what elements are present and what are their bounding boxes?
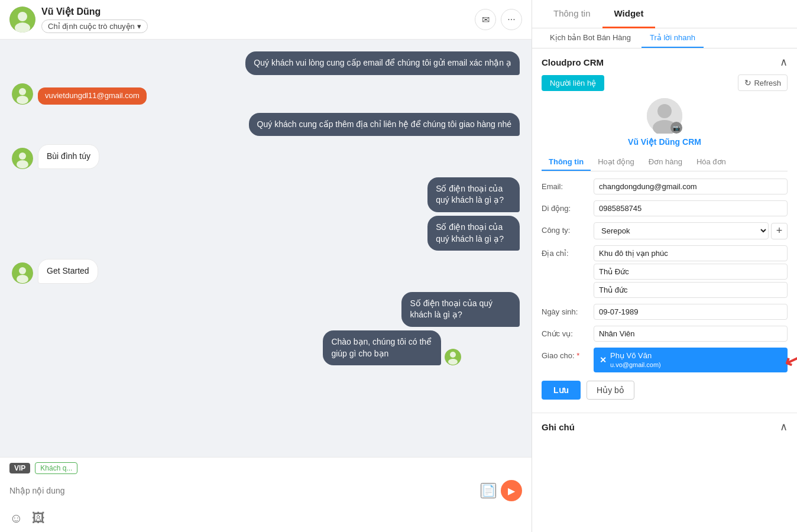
- email-input[interactable]: [594, 179, 788, 194]
- company-label: Công ty:: [542, 222, 589, 235]
- message-row: Get Started: [12, 259, 520, 284]
- giao-cho-value: ✕ Phụ Võ Văn u.vo@gmail.com) ↙: [594, 348, 788, 372]
- mobile-label: Di động:: [542, 200, 589, 213]
- ghi-chu-expand-button[interactable]: ∧: [780, 420, 788, 433]
- email-field-row: Email:: [542, 179, 788, 194]
- sub-tab-bot[interactable]: Kịch bản Bot Bán Hàng: [542, 28, 639, 48]
- crm-top-row: Người liên hệ ↻ Refresh: [542, 74, 788, 91]
- birthday-field-row: Ngày sinh:: [542, 304, 788, 320]
- user-avatar: [9, 7, 35, 33]
- ghi-chu-title: Ghi chú: [542, 422, 575, 432]
- refresh-icon: ↻: [744, 78, 751, 87]
- giao-cho-field: ✕ Phụ Võ Văn u.vo@gmail.com): [594, 348, 788, 372]
- document-icon-button[interactable]: 📄: [481, 483, 496, 498]
- sender-avatar: [12, 262, 33, 284]
- email-value: [594, 179, 788, 194]
- birthday-value: [594, 304, 788, 320]
- position-field-row: Chức vụ:: [542, 326, 788, 342]
- giao-cho-close-button[interactable]: ✕: [600, 355, 607, 365]
- svg-point-8: [17, 160, 28, 168]
- nguoi-lien-he-button[interactable]: Người liên hệ: [542, 75, 604, 91]
- info-tab-hoa-don[interactable]: Hóa đơn: [689, 154, 733, 171]
- message-row: Số điện thoại của quý khách là gì ạ? Số …: [12, 177, 520, 251]
- birthday-label: Ngày sinh:: [542, 304, 589, 316]
- crm-header: Cloudpro CRM ∧: [542, 56, 788, 69]
- camera-icon: 📷: [670, 122, 682, 134]
- message-bubble: Số điện thoại của quý khách là gì ạ?: [427, 177, 520, 212]
- tab-thong-tin[interactable]: Thông tin: [542, 0, 602, 28]
- footer-icons: ☺ 🖼: [0, 507, 532, 532]
- svg-point-16: [657, 104, 672, 118]
- company-field-row: Công ty: Serepok +: [542, 222, 788, 239]
- svg-point-1: [18, 12, 27, 21]
- address1-input[interactable]: [594, 245, 788, 261]
- assign-conversation-button[interactable]: Chỉ định cuộc trò chuyện ▾: [41, 20, 148, 33]
- add-company-button[interactable]: +: [771, 223, 788, 239]
- position-value: [594, 326, 788, 342]
- agent-avatar: [445, 349, 461, 365]
- address-fields: [594, 245, 788, 298]
- company-value: Serepok +: [594, 222, 788, 239]
- info-tab-thong-tin[interactable]: Thông tin: [542, 154, 591, 171]
- message-bubble: Quý khách cung cấp thêm địa chỉ liên hệ …: [249, 113, 520, 137]
- svg-point-10: [19, 267, 26, 274]
- chat-panel: Vũ Việt Dũng Chỉ định cuộc trò chuyện ▾ …: [0, 0, 532, 532]
- crm-avatar: 📷: [647, 98, 682, 134]
- company-row: Serepok +: [594, 222, 788, 239]
- birthday-input[interactable]: [594, 304, 788, 320]
- svg-point-11: [17, 275, 28, 283]
- save-button[interactable]: Lưu: [542, 381, 581, 400]
- message-bubble: Quý khách vui lòng cung cấp email để chú…: [245, 51, 520, 75]
- sender-avatar: [12, 83, 33, 105]
- mobile-input[interactable]: [594, 200, 788, 216]
- sender-avatar: [12, 148, 33, 169]
- input-row: 📄 ▶: [0, 476, 532, 507]
- info-tab-hoat-dong[interactable]: Hoạt động: [591, 154, 642, 171]
- info-tabs: Thông tin Hoạt động Đơn hàng Hóa đơn: [542, 154, 788, 171]
- crm-user-name[interactable]: Vũ Việt Dũng CRM: [628, 137, 701, 147]
- position-input[interactable]: [594, 326, 788, 342]
- message-row: vuvietdungdl11@gmail.com: [12, 83, 520, 105]
- sub-tab-quick-reply[interactable]: Trả lời nhanh: [642, 28, 704, 48]
- chat-input[interactable]: [9, 486, 476, 495]
- ghi-chu-section: Ghi chú ∧: [532, 413, 797, 440]
- message-bubble: Số điện thoại của quý khách là gì ạ?: [401, 292, 520, 327]
- assign-label: Chỉ định cuộc trò chuyện: [48, 22, 135, 31]
- message-bubble: Bùi đình túy: [38, 144, 99, 169]
- svg-point-14: [448, 359, 458, 365]
- image-upload-button[interactable]: 🖼: [32, 511, 45, 526]
- address-field-row: Địa chỉ:: [542, 245, 788, 298]
- right-top-tabs: Thông tin Widget: [532, 0, 797, 28]
- svg-point-13: [450, 352, 456, 358]
- refresh-label: Refresh: [754, 79, 781, 87]
- address3-input[interactable]: [594, 282, 788, 298]
- more-options-button[interactable]: ···: [501, 9, 522, 30]
- chevron-down-icon: ▾: [137, 22, 141, 31]
- svg-point-4: [19, 88, 26, 95]
- message-row: Quý khách vui lòng cung cấp email để chú…: [12, 51, 520, 75]
- svg-point-7: [19, 153, 26, 160]
- right-panel: Thông tin Widget Kịch bản Bot Bán Hàng T…: [532, 0, 797, 532]
- address2-input[interactable]: [594, 264, 788, 280]
- refresh-button[interactable]: ↻ Refresh: [738, 74, 788, 91]
- tags-row: VIP Khách q...: [0, 458, 532, 476]
- info-tab-don-hang[interactable]: Đơn hàng: [642, 154, 689, 171]
- assign-name: Phụ Võ Văn: [610, 351, 652, 360]
- email-tag-bubble: vuvietdungdl11@gmail.com: [38, 87, 147, 104]
- address-label: Địa chỉ:: [542, 245, 589, 258]
- vip-tag: VIP: [9, 463, 30, 473]
- emoji-button[interactable]: ☺: [9, 511, 22, 526]
- chat-footer: VIP Khách q... 📄 ▶ ☺ 🖼: [0, 457, 532, 532]
- send-button[interactable]: ▶: [501, 480, 522, 501]
- message-bubble: Số điện thoại của quý khách là gì ạ?: [427, 216, 520, 251]
- tab-widget[interactable]: Widget: [602, 0, 656, 28]
- customer-tag: Khách q...: [35, 462, 77, 474]
- cancel-button[interactable]: Hủy bỏ: [587, 381, 634, 400]
- header-actions: ✉ ···: [475, 9, 522, 30]
- message-bubble: Get Started: [38, 259, 98, 284]
- company-select[interactable]: Serepok: [594, 222, 769, 239]
- ghi-chu-header: Ghi chú ∧: [542, 420, 788, 433]
- email-button[interactable]: ✉: [475, 9, 496, 30]
- mobile-value: [594, 200, 788, 216]
- crm-collapse-button[interactable]: ∧: [780, 56, 788, 69]
